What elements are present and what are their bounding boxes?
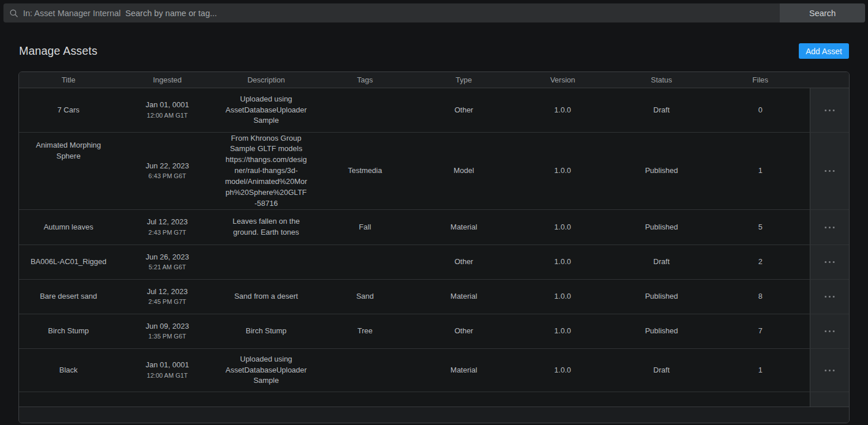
ingested-date: Jan 01, 0001 [145,360,189,371]
cell-status [612,392,711,407]
ellipsis-icon [825,370,835,371]
cell-description: Leaves fallen on the ground. Earth tones [217,210,315,245]
ingested-time: 5:21 AM G6T [149,263,186,272]
table-row[interactable]: Bare desert sand Jul 12, 2023 2:45 PM G7… [19,280,849,314]
ingested-time: 12:00 AM G1T [147,371,188,381]
cell-ingested: Jan 01, 0001 12:00 AM G1T [118,349,216,392]
row-actions-button[interactable] [810,88,849,132]
cell-type [415,392,513,407]
cell-description [217,245,315,279]
cell-ingested: Jul 12, 2023 2:43 PM G7T [118,210,216,245]
cell-files: 8 [711,280,810,314]
cell-tags [315,88,414,132]
cell-status: Draft [612,349,711,392]
cell-actions [810,392,849,407]
table-footer [19,407,849,423]
cell-actions [810,245,849,279]
ingested-time: 2:45 PM G7T [148,298,186,307]
cell-version: 1.0.0 [513,210,612,245]
page-title: Manage Assets [19,44,97,58]
cell-actions [810,280,849,314]
table-body: 7 Cars Jan 01, 0001 12:00 AM G1T Uploade… [19,88,849,407]
ingested-date: Jun 26, 2023 [145,252,189,263]
ellipsis-icon [825,170,835,172]
cell-tags [315,392,414,407]
cell-version: 1.0.0 [513,280,612,314]
cell-status: Published [612,280,711,314]
cell-ingested [118,392,216,407]
table-row[interactable]: 7 Cars Jan 01, 0001 12:00 AM G1T Uploade… [19,88,849,133]
cell-type: Model [415,133,513,209]
cell-version: 1.0.0 [513,245,612,279]
row-actions-button[interactable] [810,133,849,209]
ingested-time: 2:43 PM G7T [148,228,186,238]
cell-status: Draft [612,88,711,132]
cell-title: BA006L-AC01_Rigged [19,245,118,279]
ellipsis-icon [825,261,835,263]
ingested-date: Jun 22, 2023 [145,161,189,172]
table-row[interactable]: Animated Morphing Sphere Jun 22, 2023 6:… [19,133,849,210]
column-header: Type [415,72,513,88]
cell-version [513,392,612,407]
cell-tags [315,349,414,392]
cell-status: Published [612,210,711,245]
search-box[interactable]: In: Asset Manager Internal [3,3,780,22]
cell-ingested: Jun 22, 2023 6:43 PM G6T [118,133,216,209]
row-actions-button[interactable] [810,314,849,348]
ellipsis-icon [825,330,835,332]
cell-files: 0 [711,88,810,132]
table-row[interactable]: Autumn leaves Jul 12, 2023 2:43 PM G7T L… [19,210,849,245]
ingested-time: 6:43 PM G6T [148,172,186,181]
cell-type: Other [415,88,513,132]
cell-description: Birch Stump [217,314,315,348]
ingested-date: Jun 09, 2023 [145,321,189,332]
ingested-time: 1:35 PM G6T [148,332,186,341]
search-button[interactable]: Search [780,3,865,22]
cell-type: Other [415,245,513,279]
cell-version: 1.0.0 [513,133,612,209]
cell-title: Bare desert sand [19,280,118,314]
cell-ingested: Jun 09, 2023 1:35 PM G6T [118,314,216,348]
cell-description: From Khronos Group Sample GLTF models ht… [217,133,315,209]
cell-version: 1.0.0 [513,314,612,348]
column-header: Version [513,72,612,88]
cell-tags [315,245,414,279]
table-header-row: Title Ingested Description Tags Type Ver… [19,72,849,88]
cell-files: 1 [711,349,810,392]
row-actions-button[interactable] [810,245,849,279]
ingested-date: Jul 12, 2023 [147,287,188,298]
column-header: Tags [315,72,414,88]
cell-actions [810,133,849,209]
cell-version: 1.0.0 [513,88,612,132]
add-asset-button[interactable]: Add Asset [799,43,849,59]
row-actions-button[interactable] [810,280,849,314]
cell-type: Other [415,314,513,348]
table-row[interactable]: Birch Stump Jun 09, 2023 1:35 PM G6T Bir… [19,314,849,349]
row-actions-button[interactable] [810,392,849,407]
cell-files: 1 [711,133,810,209]
ingested-time: 12:00 AM G1T [147,111,188,121]
cell-actions [810,349,849,392]
cell-status: Published [612,314,711,348]
cell-title: Animated Morphing Sphere [19,133,118,209]
cell-actions [810,210,849,245]
row-actions-button[interactable] [810,349,849,392]
cell-version: 1.0.0 [513,349,612,392]
cell-status: Published [612,133,711,209]
cell-description: Uploaded using [217,392,315,407]
table-row[interactable]: BA006L-AC01_Rigged Jun 26, 2023 5:21 AM … [19,245,849,280]
cell-files: 7 [711,314,810,348]
table-row[interactable]: Uploaded using [19,392,849,407]
column-header: Ingested [118,72,216,88]
ellipsis-icon [825,110,835,111]
search-icon [9,9,18,18]
ingested-date: Jul 12, 2023 [147,217,188,228]
ellipsis-icon [825,296,835,298]
cell-files: 2 [711,245,810,279]
search-input[interactable] [125,9,774,18]
cell-type: Material [415,210,513,245]
row-actions-button[interactable] [810,210,849,245]
cell-ingested: Jun 26, 2023 5:21 AM G6T [118,245,216,279]
table-row[interactable]: Black Jan 01, 0001 12:00 AM G1T Uploaded… [19,349,849,392]
cell-description: Uploaded using AssetDatabaseUploaderSamp… [217,88,315,132]
